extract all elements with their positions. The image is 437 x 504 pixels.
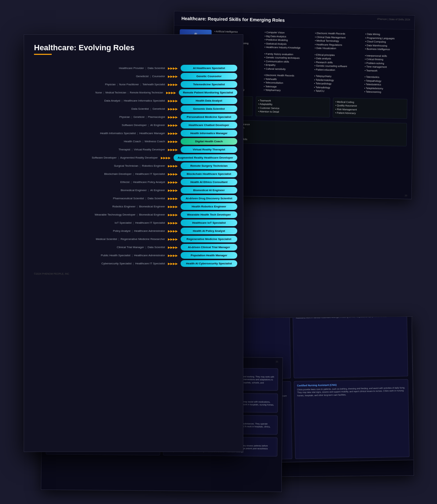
arrows-wearable: ▶▶▶▶: [168, 213, 178, 217]
role-row-dhc: Health Coach | Wellness Coach ▶▶▶▶ Digit…: [30, 138, 237, 145]
arrows-chatbot: ▶▶▶▶: [168, 124, 178, 127]
arrows-ai: ▶▶▶▶: [168, 67, 178, 70]
role-row-remote: Nurse | Medical Technician | Remote Moni…: [30, 89, 237, 96]
role-sources-chatbot: Software Developer | AI Engineer: [30, 124, 165, 127]
role-sources-robotics: Robotics Engineer | Biomedical Engineer: [30, 205, 165, 208]
arrows-ar: ▶▶▶▶: [161, 156, 171, 160]
arrows-tele: ▶▶▶▶: [168, 83, 178, 86]
role-row-blockchain: Blockchain Developer | Healthcare IT Spe…: [30, 171, 237, 177]
role-row-tele: Physician | Nurse Practitioner | Telehea…: [30, 81, 237, 88]
role-row-him: Health Informatics Specialist | Healthca…: [30, 130, 237, 137]
roles-table: Healthcare Provider | Data Scientist ▶▶▶…: [24, 65, 243, 267]
role-result-robotics: Health Robotics Engineer: [181, 203, 237, 210]
role-sources-blockchain: Blockchain Developer | Healthcare IT Spe…: [30, 172, 165, 176]
card-medical-assistant: Medical Assistant Medical Assistants sup…: [293, 316, 408, 378]
arrows-drug: ▶▶▶▶: [168, 197, 178, 200]
title-underline: [34, 54, 52, 55]
role-result-hda: Health Data Analyst: [181, 97, 237, 104]
role-sources-personalized: Physician | Geneticist | Pharmacologist: [30, 116, 165, 118]
role-sources-policy: Policy Analyst | Healthcare Administrato…: [30, 229, 165, 233]
role-row-chatbot: Software Developer | AI Engineer ▶▶▶▶ He…: [30, 122, 237, 128]
role-result-personalized: Personalized Medicine Specialist: [181, 114, 237, 120]
role-sources-surgery: Surgical Technician | Robotics Engineer: [30, 164, 165, 167]
card-medical-assistant-text: Medical Assistants support administrativ…: [296, 316, 404, 319]
slide-back-page: 20: [405, 195, 407, 197]
slide-front-header: Healthcare: Evolving Roles: [24, 35, 243, 65]
arrows-him: ▶▶▶▶: [168, 132, 178, 135]
arrows-policy: ▶▶▶▶: [168, 229, 178, 233]
role-result-biomedical: Biomedical AI Engineer: [181, 187, 237, 194]
role-row-surgery: Surgical Technician | Robotics Engineer …: [30, 162, 237, 169]
arrows-regen: ▶▶▶▶: [168, 237, 178, 241]
arrows-cyber: ▶▶▶▶: [168, 262, 178, 265]
arrows-biomedical: ▶▶▶▶: [168, 189, 178, 192]
arrows-dhc: ▶▶▶▶: [168, 140, 178, 143]
arrows-personalized: ▶▶▶▶: [168, 115, 178, 119]
role-row-ethics: Ethicist | Healthcare Policy Analyst ▶▶▶…: [30, 179, 237, 185]
arrows-trial: ▶▶▶▶: [168, 246, 178, 249]
role-result-public: Population Health Manager: [181, 252, 237, 259]
slide-front-title: Healthcare: Evolving Roles: [34, 43, 233, 52]
role-result-tele: Telemedicine Specialist: [181, 81, 237, 88]
role-result-trial: AI-driven Clinical Trial Manager: [181, 244, 237, 251]
role-sources-genomic: Data Scientist | Geneticist: [30, 107, 165, 110]
role-sources-biomedical: Biomedical Engineer | AI Engineer: [30, 189, 165, 192]
role-row-wearable: Wearable Technology Developer | Biomedic…: [30, 211, 237, 218]
arrows-hda: ▶▶▶▶: [168, 99, 178, 103]
arrows-public: ▶▶▶▶: [168, 254, 178, 257]
slide-front-footer: ©2024 PHENOM PEOPLE, INC: [24, 268, 243, 279]
role-result-ethics: Health AI Ethics Consultant: [181, 179, 237, 185]
role-sources-him: Health Informatics Specialist | Healthca…: [30, 132, 165, 135]
role-row-iot: IoT Specialist | Healthcare IT Specialis…: [30, 219, 237, 226]
role-sources-vr: Therapist | Virtual Reality Developer: [30, 148, 165, 151]
role-result-policy: Health AI Policy Analyst: [181, 228, 237, 234]
slide-back-title: Healthcare: Required Skills for Emerging…: [181, 16, 407, 25]
role-row-drug: Pharmaceutical Scientist | Data Scientis…: [30, 195, 237, 202]
role-row-vr: Therapist | Virtual Reality Developer ▶▶…: [30, 146, 237, 153]
role-result-regen: Regenerative Medicine Specialist: [181, 236, 237, 242]
arrows-ethics: ▶▶▶▶: [168, 181, 178, 184]
role-sources-trial: Clinical Trial Manager | Data Scientist: [30, 246, 165, 249]
arrows-genomic: ▶▶▶▶: [168, 107, 178, 111]
role-result-remote: Remote Patient Monitoring Specialist: [179, 89, 237, 96]
role-result-chatbot: Healthcare Chatbot Developer: [181, 122, 237, 128]
arrows-vr: ▶▶▶▶: [168, 148, 178, 151]
role-sources-ai: Healthcare Provider | Data Scientist: [30, 67, 165, 70]
role-row-hda: Data Analyst | Healthcare Informatics Sp…: [30, 97, 237, 104]
card-cna: Certified Nursing Assistant (CNA) CNAs p…: [294, 379, 410, 459]
role-row-regen: Medical Scientist | Regenerative Medicin…: [30, 236, 237, 242]
card-cna-title: Certified Nursing Assistant (CNA): [297, 382, 405, 386]
card-cna-text: CNAs provide basic care to patients, suc…: [297, 386, 405, 397]
role-result-ai: AI Healthcare Specialist: [181, 65, 237, 71]
role-result-vr: Virtual Reality Therapist: [181, 146, 237, 153]
role-sources-dhc: Health Coach | Wellness Coach: [30, 140, 165, 143]
role-row-public: Public Health Specialist | Healthcare Ad…: [30, 252, 237, 259]
role-sources-regen: Medical Scientist | Regenerative Medicin…: [30, 237, 165, 241]
role-sources-drug: Pharmaceutical Scientist | Data Scientis…: [30, 197, 165, 200]
role-row-policy: Policy Analyst | Healthcare Administrato…: [30, 228, 237, 234]
arrows-remote: ▶▶▶▶: [166, 91, 176, 94]
role-row-cyber: Cybersecurity Specialist | Healthcare IT…: [30, 260, 237, 267]
role-row-personalized: Physician | Geneticist | Pharmacologist …: [30, 114, 237, 120]
role-result-surgery: Remote Surgery Technician: [181, 162, 237, 169]
role-sources-remote: Nurse | Medical Technician | Remote Moni…: [30, 91, 163, 94]
arrows-iot: ▶▶▶▶: [168, 221, 178, 225]
role-sources-hda: Data Analyst | Healthcare Informatics Sp…: [30, 99, 165, 102]
role-skills-ai: • Artificial Intelligence • Machine Lear…: [214, 30, 409, 52]
role-row-ai: Healthcare Provider | Data Scientist ▶▶▶…: [30, 65, 237, 71]
role-sources-cyber: Cybersecurity Specialist | Healthcare IT…: [30, 262, 165, 265]
role-row-genetic: Geneticist | Counselor ▶▶▶▶ Genetic Coun…: [30, 73, 237, 80]
role-sources-genetic: Geneticist | Counselor: [30, 75, 165, 78]
slide-bottom-page: 21: [276, 361, 278, 363]
role-result-genomic: Genomic Data Scientist: [181, 105, 237, 112]
role-sources-public: Public Health Specialist | Healthcare Ad…: [30, 254, 165, 257]
role-sources-wearable: Wearable Technology Developer | Biomedic…: [30, 213, 165, 216]
arrows-blockchain: ▶▶▶▶: [168, 172, 178, 176]
role-row-genomic: Data Scientist | Geneticist ▶▶▶▶ Genomic…: [30, 105, 237, 112]
role-row-trial: Clinical Trial Manager | Data Scientist …: [30, 244, 237, 251]
role-result-drug: AI-driven Drug Discovery Scientist: [181, 195, 237, 202]
arrows-robotics: ▶▶▶▶: [168, 205, 178, 208]
role-result-blockchain: Blockchain Healthcare Specialist: [181, 171, 237, 177]
role-row-ar: Software Developer | Augmented Reality D…: [30, 154, 237, 161]
role-row-robotics: Robotics Engineer | Biomedical Engineer …: [30, 203, 237, 210]
